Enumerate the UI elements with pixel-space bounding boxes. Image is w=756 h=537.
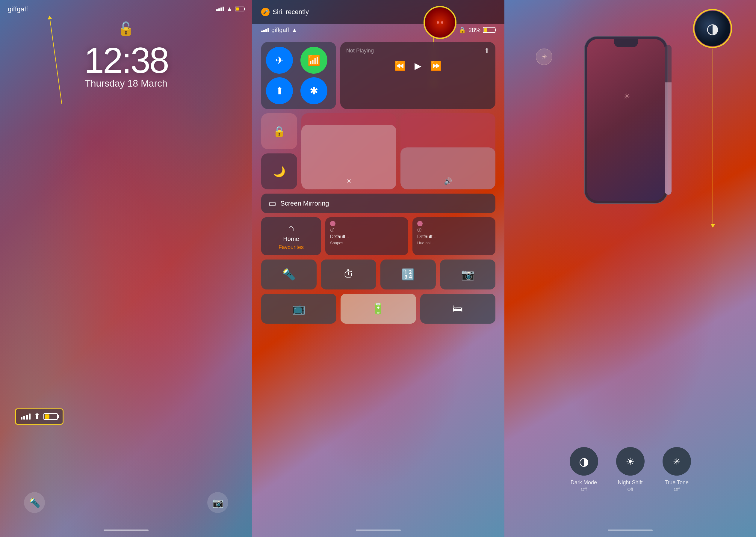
- display-controls-area: ◑ Dark Mode Off ☀ Night Shift Off: [513, 447, 747, 492]
- cc-notification-bar: 🎤 Siri, recently: [252, 0, 505, 24]
- play-button[interactable]: ▶: [415, 61, 421, 71]
- record-button[interactable]: [425, 8, 455, 37]
- lock-screen-panel: giffgaff ▲ 🔓 12:38 Thursday 18 March ⬆: [0, 0, 252, 537]
- annotation-arrow-display: [713, 49, 713, 226]
- true-tone-icon: ✳: [673, 456, 681, 467]
- signal-bar-4: [223, 7, 224, 11]
- signal-bar-h-3: [26, 415, 28, 420]
- cc-row-mirroring: ▭ Screen Mirroring: [261, 193, 495, 213]
- brightness-slider[interactable]: ☀: [301, 113, 396, 189]
- mirroring-icon: ▭: [268, 198, 276, 208]
- flashlight-cc-button[interactable]: 🔦: [261, 260, 317, 289]
- home-button[interactable]: ⌂ Home Favourites: [261, 217, 321, 255]
- rewind-button[interactable]: ⏪: [395, 61, 405, 71]
- true-tone-button[interactable]: ✳: [662, 447, 691, 475]
- record-indicator: [437, 21, 443, 24]
- cc-battery-fill: [484, 28, 487, 32]
- battery-fill-highlight: [45, 414, 50, 419]
- wifi-button[interactable]: ⬆: [266, 77, 293, 104]
- flashlight-button[interactable]: 🔦: [24, 492, 45, 513]
- cc-battery-icon: [483, 27, 495, 33]
- cc-sig-3: [265, 29, 267, 32]
- siri-text: Siri, recently: [273, 8, 309, 16]
- signal-bar-2: [218, 8, 220, 11]
- dark-mode-control: ◑ Dark Mode Off: [570, 447, 598, 492]
- cc-media-controls: ⏪ ▶ ⏩: [346, 61, 489, 71]
- remote-button[interactable]: 📺: [261, 294, 336, 324]
- camera-button[interactable]: 📷: [207, 492, 228, 513]
- phone-brightness-fill: [665, 82, 671, 195]
- sleep-button[interactable]: 🛏: [420, 294, 495, 324]
- camera-cc-button[interactable]: 📷: [440, 260, 495, 289]
- yin-yang-icon: ◑: [706, 20, 719, 37]
- cc-row-connectivity-media: ✈ 📶 ⬆ ✱ Not Playing ⬆ ⏪ ▶ ⏩: [261, 42, 495, 109]
- signal-bar-h-1: [21, 417, 22, 420]
- cellular-button[interactable]: 📶: [300, 47, 327, 74]
- lock-carrier-text: giffgaff: [8, 5, 28, 13]
- night-shift-button[interactable]: ☀: [616, 447, 645, 475]
- phone-screen: ☀: [587, 39, 665, 201]
- home-icon: ⌂: [288, 222, 294, 234]
- volume-icon: 🔊: [444, 177, 452, 185]
- battery-icon: [235, 7, 245, 11]
- shortcut-1-button[interactable]: ⓘ Default... Shapes: [325, 217, 408, 255]
- shortcut-2-dot: [417, 221, 423, 226]
- lock-date: Thursday 18 March: [85, 78, 168, 89]
- signal-bars-icon: [216, 7, 224, 11]
- home-indicator-2: [356, 529, 401, 531]
- lock-icon: 🔓: [118, 21, 134, 37]
- dark-mode-icon: ◑: [579, 455, 589, 468]
- signal-bar-1: [216, 9, 218, 11]
- orientation-lock-icon: 🔒: [273, 125, 285, 137]
- cc-grid: ✈ 📶 ⬆ ✱ Not Playing ⬆ ⏪ ▶ ⏩: [261, 42, 495, 324]
- signal-bars-highlight-icon: [21, 414, 30, 420]
- shortcut-1-info-icon: ⓘ: [330, 227, 334, 233]
- cc-media-title: Not Playing: [346, 48, 374, 54]
- cc-wifi-icon: ▲: [291, 27, 297, 34]
- home-indicator: [104, 529, 149, 531]
- shortcut-2-info-icon: ⓘ: [417, 227, 421, 233]
- do-not-disturb-button[interactable]: 🌙: [261, 153, 297, 189]
- home-indicator-3: [608, 529, 653, 531]
- cc-sig-1: [261, 30, 263, 32]
- night-shift-icon: ☀: [626, 456, 635, 468]
- bluetooth-button[interactable]: ✱: [300, 77, 327, 104]
- calculator-button[interactable]: 🔢: [380, 260, 436, 289]
- airplane-mode-button[interactable]: ✈: [266, 47, 293, 74]
- timer-button[interactable]: ⏱: [321, 260, 376, 289]
- cc-carrier-text: giffgaff: [271, 27, 289, 34]
- cc-row-more: 📺 🔋 🛏: [261, 294, 495, 324]
- phone-notch: [614, 39, 638, 47]
- wifi-icon: ▲: [226, 5, 232, 12]
- airplay-icon[interactable]: ⬆: [484, 47, 489, 55]
- status-highlight-box: ⬆: [15, 408, 63, 425]
- moon-icon: 🌙: [273, 165, 285, 177]
- dark-mode-circle-icon: ◑: [695, 11, 730, 46]
- screen-mirroring-button[interactable]: ▭ Screen Mirroring: [261, 193, 495, 213]
- cc-signal-bars: [261, 28, 269, 32]
- battery-fill: [236, 8, 239, 11]
- volume-slider[interactable]: 🔊: [400, 113, 495, 189]
- dark-mode-circle-annotation: ◑: [693, 9, 732, 48]
- phone-brightness-bar: [665, 45, 671, 195]
- brightness-sun-ring: ☀: [536, 49, 552, 65]
- shortcut-2-button[interactable]: ⓘ Default... Hue col...: [412, 217, 495, 255]
- battery-widget-button[interactable]: 🔋: [341, 294, 416, 324]
- dark-mode-button[interactable]: ◑: [570, 447, 598, 475]
- true-tone-label: True Tone Off: [665, 479, 689, 492]
- fastforward-button[interactable]: ⏩: [431, 61, 441, 71]
- battery-highlight-icon: [43, 413, 58, 420]
- cc-sig-4: [268, 28, 269, 32]
- dot-2: [441, 21, 443, 24]
- lock-bottom-bar: 🔦 📷: [0, 492, 252, 513]
- cc-carrier-info: giffgaff ▲: [261, 27, 297, 34]
- red-circle-annotation: [424, 6, 457, 39]
- signal-bar-h-2: [23, 416, 25, 420]
- lock-status-bar: ▲: [216, 5, 245, 12]
- night-shift-label: Night Shift Off: [618, 479, 642, 492]
- signal-bar-3: [220, 8, 222, 11]
- brightness-sun-icon: ☀: [623, 92, 630, 101]
- orientation-lock-button[interactable]: 🔒: [261, 113, 297, 149]
- cc-row-home-shortcuts: ⌂ Home Favourites ⓘ Default... Shapes ⓘ …: [261, 217, 495, 255]
- shortcut-1-title: Default...: [330, 234, 349, 239]
